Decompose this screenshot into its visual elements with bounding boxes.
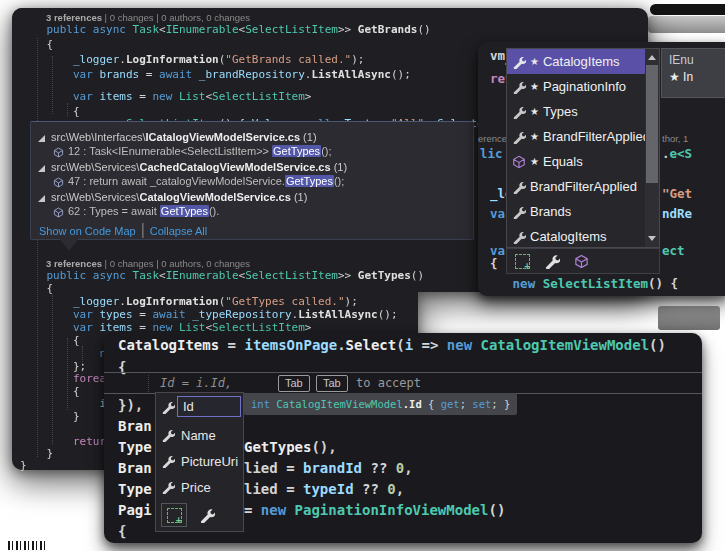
code-line: ndRe bbox=[662, 206, 692, 221]
code-line: GetTypes(), bbox=[244, 438, 337, 456]
completion-item-id[interactable]: Id bbox=[156, 395, 243, 419]
peek-reference-row[interactable]: 62 : Types = await GetTypes(). bbox=[68, 205, 219, 218]
code-line: _logger.LogInformation("GetTypes called.… bbox=[20, 295, 358, 309]
reference-highlight: GetTypes bbox=[272, 145, 321, 157]
code-line: foreac bbox=[20, 372, 113, 386]
intellicode-star-icon: ★ bbox=[530, 156, 539, 167]
expander-icon[interactable] bbox=[38, 195, 45, 202]
indent-guide bbox=[148, 375, 149, 392]
ghost-suggestion-text: Id = i.Id, bbox=[160, 373, 232, 393]
link-separator: | bbox=[141, 221, 145, 238]
code-line: Pagi bbox=[118, 501, 152, 519]
code-line: Type bbox=[118, 438, 152, 456]
background-fragment-gray bbox=[658, 306, 720, 330]
completion-item-paginationinfo[interactable]: ★ PaginationInfo bbox=[507, 74, 645, 99]
completion-item-catalogitems[interactable]: CatalogItems bbox=[507, 224, 645, 249]
tab-key-badge: Tab bbox=[278, 375, 310, 392]
code-line: } bbox=[20, 459, 27, 473]
code-line: it bbox=[20, 397, 113, 411]
property-wrench-icon bbox=[512, 180, 526, 194]
property-wrench-icon bbox=[512, 205, 526, 219]
code-line: lic bbox=[480, 146, 503, 161]
code-line: }), bbox=[118, 396, 143, 414]
property-wrench-icon bbox=[512, 55, 526, 69]
code-line: ect bbox=[662, 243, 685, 258]
completion-item-pictureuri[interactable]: PictureUri bbox=[156, 449, 243, 473]
selected-completion-box[interactable]: Id bbox=[177, 396, 241, 417]
code-line: Type bbox=[118, 480, 152, 498]
intellicode-star-icon: ★ bbox=[530, 106, 539, 117]
completion-filter-bar bbox=[506, 248, 660, 274]
peek-anchor-arrow bbox=[58, 237, 80, 251]
codelens-fragment: thor, 1 bbox=[662, 133, 688, 145]
expander-icon[interactable] bbox=[38, 165, 45, 172]
symbol-cube-icon bbox=[53, 207, 64, 218]
tab-key-badge: Tab bbox=[316, 375, 348, 392]
show-on-code-map-link[interactable]: Show on Code Map bbox=[39, 225, 136, 237]
property-wrench-icon bbox=[512, 105, 526, 119]
code-line: lied = typeId ?? 0, bbox=[244, 480, 404, 498]
intellisense-completion-list: ★ CatalogItems ★ PaginationInfo ★ Types … bbox=[506, 48, 660, 248]
intellicode-star-icon: ★ bbox=[530, 56, 539, 67]
filter-properties-wrench-icon[interactable] bbox=[199, 507, 215, 523]
completion-item-price[interactable]: Price bbox=[156, 475, 243, 499]
peek-file-row[interactable]: src\Web\Interfaces\ICatalogViewModelServ… bbox=[51, 131, 317, 144]
code-line: var items = new List<SelectListItem> bbox=[20, 90, 311, 104]
code-line: { bbox=[20, 38, 53, 52]
zoomed-editor-window: CatalogItems = itemsOnPage.Select(i => n… bbox=[104, 333, 702, 543]
intellisense-completion-list: Id Name PictureUri Price bbox=[155, 392, 244, 532]
intellicode-suggestion-band: Id = i.Id, Tab Tab to accept bbox=[104, 372, 702, 394]
code-line: _logger.LogInformation("GetBrands called… bbox=[20, 53, 364, 67]
completion-item-brandfilterapplied[interactable]: BrandFilterApplied bbox=[507, 174, 645, 199]
expander-add-icon[interactable] bbox=[161, 503, 187, 527]
property-wrench-icon bbox=[161, 480, 175, 494]
expander-add-icon[interactable] bbox=[515, 254, 530, 269]
tooltip-intellicode-text: ★ In bbox=[669, 68, 725, 86]
filter-properties-wrench-icon[interactable] bbox=[544, 253, 560, 269]
code-line: lied = brandId ?? 0, bbox=[244, 459, 413, 477]
code-line: new SelectListItem() { bbox=[490, 276, 678, 291]
peek-reference-row[interactable]: 47 : return await _catalogViewModelServi… bbox=[68, 175, 344, 188]
code-line: public async Task<IEnumerable<SelectList… bbox=[20, 269, 424, 283]
expander-icon[interactable] bbox=[38, 135, 45, 142]
property-wrench-icon bbox=[512, 80, 526, 94]
collapse-all-link[interactable]: Collapse All bbox=[150, 225, 207, 237]
completion-item-catalogitems[interactable]: ★ CatalogItems bbox=[507, 49, 645, 74]
tooltip-type-text: IEnu bbox=[669, 52, 725, 68]
reference-highlight: GetTypes bbox=[160, 205, 209, 217]
completion-scrollbar[interactable] bbox=[645, 49, 659, 247]
peek-references-panel: src\Web\Interfaces\ICatalogViewModelServ… bbox=[30, 121, 474, 240]
code-line: { bbox=[20, 334, 80, 348]
code-line: ne bbox=[20, 347, 113, 361]
code-line: Bran bbox=[118, 417, 152, 435]
filter-methods-cube-icon[interactable] bbox=[574, 254, 589, 269]
scroll-down-icon[interactable] bbox=[648, 236, 656, 241]
code-line: = new PaginationInfoViewModel() bbox=[244, 501, 505, 519]
method-cube-icon bbox=[512, 155, 526, 169]
peek-file-row[interactable]: src\Web\Services\CachedCatalogViewModelS… bbox=[51, 161, 347, 174]
completion-filter-bar bbox=[158, 501, 245, 529]
completion-item-name[interactable]: Name bbox=[156, 423, 243, 447]
scrollbar-thumb[interactable] bbox=[646, 65, 658, 183]
symbol-cube-icon bbox=[53, 177, 64, 188]
completion-info-tooltip: int CatalogItemViewModel.Id { get; set; … bbox=[244, 393, 517, 415]
symbol-cube-icon bbox=[53, 147, 64, 158]
completion-item-equals[interactable]: ★ Equals bbox=[507, 149, 645, 174]
barcode-artifact bbox=[8, 541, 48, 550]
completion-item-brandfilterapplied[interactable]: ★ BrandFilterApplied bbox=[507, 124, 645, 149]
code-line: { bbox=[20, 282, 53, 296]
scroll-up-icon[interactable] bbox=[648, 55, 656, 60]
property-wrench-icon bbox=[161, 454, 175, 468]
code-line: var brands = await _brandRepository.List… bbox=[20, 68, 411, 82]
intellicode-star-icon: ★ bbox=[530, 81, 539, 92]
peek-reference-row[interactable]: 12 : Task<IEnumerable<SelectListItem>> G… bbox=[68, 145, 332, 158]
code-line: { bbox=[118, 522, 126, 540]
peek-file-row[interactable]: src\Web\Services\CatalogViewModelService… bbox=[51, 191, 307, 204]
code-line: { bbox=[490, 256, 498, 271]
reference-highlight: GetTypes bbox=[285, 175, 334, 187]
completion-item-brands[interactable]: Brands bbox=[507, 199, 645, 224]
vm-editor-window: vm. ret erences lic _lo var var { new Se… bbox=[478, 42, 725, 296]
code-line: } bbox=[20, 410, 80, 424]
completion-item-types[interactable]: ★ Types bbox=[507, 99, 645, 124]
property-wrench-icon bbox=[512, 230, 526, 244]
